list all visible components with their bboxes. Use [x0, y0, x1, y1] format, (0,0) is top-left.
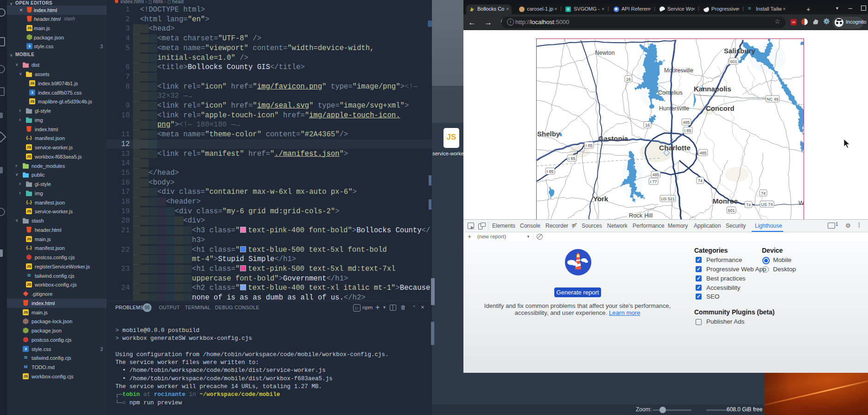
svg-text:601: 601 [728, 208, 735, 213]
svg-text:I 85: I 85 [546, 169, 553, 174]
svg-text:Concord: Concord [706, 104, 735, 112]
svg-text:Newton: Newton [595, 50, 615, 56]
svg-text:I 77: I 77 [650, 179, 657, 184]
svg-text:Salisbury: Salisbury [724, 47, 755, 55]
svg-text:485: 485 [652, 172, 659, 177]
svg-text:485: 485 [699, 151, 706, 155]
svg-text:I 85: I 85 [568, 156, 575, 161]
svg-text:NC 49: NC 49 [767, 97, 779, 102]
svg-text:Mooresville: Mooresville [664, 67, 693, 74]
svg-text:Wa: Wa [798, 199, 804, 206]
svg-text:16: 16 [626, 77, 631, 82]
svg-text:Huntersville: Huntersville [659, 105, 689, 112]
svg-text:Gastonia: Gastonia [598, 134, 628, 142]
svg-text:74: 74 [698, 179, 703, 183]
svg-text:York: York [593, 195, 608, 203]
svg-text:I 85: I 85 [585, 143, 592, 148]
svg-text:601: 601 [730, 59, 737, 64]
svg-text:Shelby: Shelby [537, 130, 560, 138]
svg-text:Monroe: Monroe [713, 197, 738, 205]
svg-text:Charlotte: Charlotte [659, 144, 691, 152]
svg-text:Kannapolis: Kannapolis [694, 85, 731, 93]
svg-text:74: 74 [746, 203, 751, 207]
svg-text:US 74: US 74 [761, 202, 773, 207]
svg-text:74: 74 [761, 191, 766, 196]
svg-text:485: 485 [683, 120, 690, 125]
svg-text:I 85: I 85 [684, 128, 691, 133]
svg-text:Rock Hill: Rock Hill [629, 212, 653, 219]
svg-text:US 521: US 521 [661, 197, 675, 201]
svg-text:Cornelius: Cornelius [658, 89, 683, 96]
svg-text:16: 16 [645, 123, 650, 128]
